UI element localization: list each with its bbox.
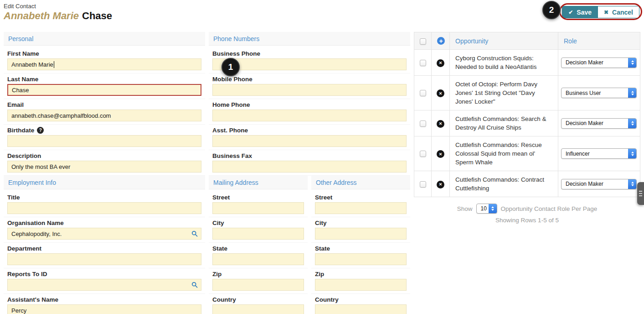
- check-icon: ✔: [568, 9, 573, 16]
- search-icon[interactable]: [191, 282, 198, 288]
- field-label: Title: [7, 194, 201, 201]
- row-checkbox[interactable]: [420, 120, 426, 127]
- business-fax-input[interactable]: [212, 161, 407, 173]
- remove-icon[interactable]: ✕: [437, 150, 444, 158]
- home-phone-input[interactable]: [212, 110, 407, 121]
- reports-to-id-input[interactable]: [7, 279, 201, 291]
- cancel-button[interactable]: ✖ Cancel: [598, 6, 639, 18]
- row-checkbox[interactable]: [420, 181, 426, 188]
- field-label: Business Phone: [212, 50, 407, 57]
- field-birthdate: Birthdate ?: [4, 125, 205, 150]
- asst-phone-input[interactable]: [212, 135, 407, 147]
- field-label: Reports To ID: [7, 270, 201, 277]
- mailing-country-input[interactable]: [212, 304, 304, 314]
- close-icon: ✖: [604, 9, 608, 16]
- role-select[interactable]: Influencer: [561, 148, 637, 159]
- organisation-name-input[interactable]: Cephalopodity, Inc.: [7, 228, 201, 240]
- row-checkbox[interactable]: [420, 90, 426, 96]
- rows-count-label: Showing Rows 1-5 of 5: [414, 217, 640, 224]
- opportunity-row: ✕ Cuttlefish Commandos: Search & Destroy…: [414, 110, 640, 136]
- other-zip-input[interactable]: [315, 279, 407, 291]
- per-page-label: Opportunity Contact Role Per Page: [501, 205, 598, 212]
- mailing-city-input[interactable]: [212, 228, 304, 240]
- chevron-up-down-icon: [628, 148, 637, 159]
- field-label: Last Name: [7, 75, 201, 83]
- column-header-opportunity: Opportunity: [450, 32, 558, 50]
- other-street-input[interactable]: [315, 202, 407, 214]
- row-checkbox[interactable]: [420, 151, 426, 157]
- help-icon[interactable]: ?: [37, 127, 44, 134]
- field-home-phone: Home Phone: [209, 99, 410, 125]
- annotation-step-1-badge: 1: [222, 58, 240, 76]
- opportunity-row: ✕ Octet of Octopi: Perform Davy Jones' 1…: [414, 76, 640, 110]
- opportunity-name: Cuttlefish Commandos: Search & Destroy A…: [450, 110, 558, 136]
- mailing-street-input[interactable]: [212, 202, 304, 214]
- field-label: Assistant's Name: [7, 296, 201, 303]
- opportunity-row: ✕ Cuttlefish Commandos: Contract Cuttlef…: [414, 171, 640, 197]
- field-mailing-zip: Zip: [209, 268, 308, 294]
- field-label: Street: [212, 194, 304, 201]
- search-icon[interactable]: [191, 230, 198, 237]
- row-checkbox[interactable]: [420, 60, 426, 66]
- field-department: Department: [4, 243, 205, 268]
- field-label: Department: [7, 245, 201, 252]
- role-select[interactable]: Business User: [561, 88, 637, 98]
- edit-form: Personal First Name Annabeth Marie Last …: [0, 32, 644, 314]
- title-input[interactable]: [7, 202, 201, 214]
- field-label: First Name: [7, 50, 201, 57]
- save-button-label: Save: [577, 9, 592, 16]
- mailing-state-input[interactable]: [212, 253, 304, 265]
- description-input[interactable]: Only the most BA ever: [7, 161, 201, 173]
- opportunity-name: Cyborg Construction Squids: Needed to bu…: [450, 50, 558, 76]
- save-button[interactable]: ✔ Save: [562, 6, 598, 18]
- role-select[interactable]: Decision Maker: [561, 118, 637, 129]
- field-label: Birthdate: [7, 127, 34, 134]
- remove-icon[interactable]: ✕: [437, 59, 444, 67]
- field-business-fax: Business Fax: [209, 150, 410, 176]
- field-other-zip: Zip: [311, 268, 410, 294]
- email-input[interactable]: annabeth.chase@camphalfblood.com: [7, 110, 201, 121]
- other-city-input[interactable]: [315, 228, 407, 240]
- section-header-employment: Employment Info: [4, 176, 205, 189]
- contact-first-name-title: Annabeth Marie: [4, 10, 79, 21]
- field-last-name: Last Name Chase: [4, 73, 205, 99]
- remove-icon[interactable]: ✕: [437, 89, 444, 97]
- role-select[interactable]: Decision Maker: [561, 58, 637, 68]
- department-input[interactable]: [7, 253, 201, 265]
- contact-last-name-title: Chase: [82, 10, 112, 21]
- role-select[interactable]: Decision Maker: [561, 179, 637, 189]
- side-panel-handle[interactable]: [637, 182, 644, 205]
- assistants-name-input[interactable]: Percy: [7, 304, 201, 314]
- remove-icon[interactable]: ✕: [437, 181, 444, 188]
- personal-column: Personal First Name Annabeth Marie Last …: [4, 32, 205, 314]
- opportunities-panel: + Opportunity Role ✕ Cyborg Construction…: [414, 32, 640, 224]
- page-size-select[interactable]: 10: [476, 204, 497, 214]
- birthdate-input[interactable]: [7, 135, 201, 147]
- text-cursor: [54, 61, 54, 68]
- field-other-city: City: [311, 217, 410, 243]
- section-header-other-address: Other Address: [311, 176, 410, 189]
- section-header-personal: Personal: [4, 32, 205, 46]
- mailing-zip-input[interactable]: [212, 279, 304, 291]
- field-label: Business Fax: [212, 152, 407, 159]
- field-asst-phone: Asst. Phone: [209, 125, 410, 150]
- field-organisation-name: Organisation Name Cephalopodity, Inc.: [4, 217, 205, 243]
- other-state-input[interactable]: [315, 253, 407, 265]
- business-phone-input[interactable]: [212, 58, 407, 70]
- chevron-up-down-icon: [628, 88, 637, 98]
- add-opportunity-icon[interactable]: +: [437, 37, 445, 45]
- other-address-section: Other Address Street City State Zip: [311, 176, 410, 314]
- remove-icon[interactable]: ✕: [437, 120, 444, 128]
- first-name-input[interactable]: Annabeth Marie: [7, 58, 201, 70]
- mobile-phone-input[interactable]: [212, 84, 407, 96]
- field-title: Title: [4, 192, 205, 217]
- section-header-mailing-address: Mailing Address: [209, 176, 308, 189]
- field-mailing-city: City: [209, 217, 308, 243]
- last-name-input[interactable]: Chase: [7, 84, 201, 96]
- field-label: City: [212, 219, 304, 226]
- chevron-up-down-icon: [628, 118, 637, 129]
- show-label: Show: [457, 205, 473, 212]
- select-all-checkbox[interactable]: [420, 38, 426, 45]
- other-country-input[interactable]: [315, 304, 407, 314]
- field-other-country: Country: [311, 294, 410, 314]
